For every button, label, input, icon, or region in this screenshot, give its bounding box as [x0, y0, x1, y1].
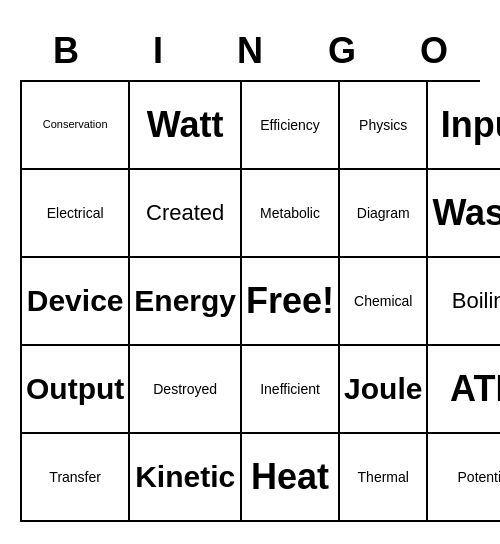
bingo-cell-r1-c4: Waste [428, 170, 500, 258]
header-letter-B: B [20, 22, 112, 80]
cell-text-r2-c1: Energy [134, 283, 236, 319]
cell-text-r4-c0: Transfer [49, 469, 101, 486]
cell-text-r1-c3: Diagram [357, 205, 410, 222]
bingo-cell-r4-c4: Potential [428, 434, 500, 522]
bingo-cell-r2-c1: Energy [130, 258, 242, 346]
cell-text-r0-c3: Physics [359, 117, 407, 134]
bingo-cell-r4-c3: Thermal [340, 434, 428, 522]
bingo-cell-r3-c4: ATP [428, 346, 500, 434]
bingo-cell-r0-c1: Watt [130, 82, 242, 170]
bingo-cell-r3-c0: Output [22, 346, 130, 434]
cell-text-r4-c4: Potential [458, 469, 500, 486]
bingo-cell-r0-c4: Input [428, 82, 500, 170]
cell-text-r3-c1: Destroyed [153, 381, 217, 398]
cell-text-r0-c1: Watt [147, 103, 224, 146]
bingo-cell-r4-c2: Heat [242, 434, 340, 522]
bingo-grid: ConservationWattEfficiencyPhysicsInputEl… [20, 80, 480, 522]
bingo-cell-r0-c2: Efficiency [242, 82, 340, 170]
cell-text-r2-c3: Chemical [354, 293, 412, 310]
cell-text-r4-c3: Thermal [358, 469, 409, 486]
bingo-card: BINGO ConservationWattEfficiencyPhysicsI… [20, 22, 480, 522]
cell-text-r2-c4: Boiling [452, 288, 500, 314]
bingo-cell-r4-c1: Kinetic [130, 434, 242, 522]
cell-text-r2-c0: Device [27, 283, 124, 319]
bingo-cell-r1-c0: Electrical [22, 170, 130, 258]
cell-text-r3-c4: ATP [450, 367, 500, 410]
cell-text-r3-c3: Joule [344, 371, 422, 407]
bingo-cell-r3-c2: Inefficient [242, 346, 340, 434]
bingo-cell-r3-c1: Destroyed [130, 346, 242, 434]
cell-text-r0-c2: Efficiency [260, 117, 320, 134]
cell-text-r1-c0: Electrical [47, 205, 104, 222]
header-letter-N: N [204, 22, 296, 80]
bingo-header: BINGO [20, 22, 480, 80]
bingo-cell-r3-c3: Joule [340, 346, 428, 434]
bingo-cell-r1-c1: Created [130, 170, 242, 258]
cell-text-r0-c4: Input [441, 103, 500, 146]
bingo-cell-r2-c4: Boiling [428, 258, 500, 346]
bingo-cell-r0-c0: Conservation [22, 82, 130, 170]
cell-text-r4-c2: Heat [251, 455, 329, 498]
cell-text-r2-c2: Free! [246, 279, 334, 322]
header-letter-G: G [296, 22, 388, 80]
bingo-cell-r0-c3: Physics [340, 82, 428, 170]
bingo-cell-r1-c3: Diagram [340, 170, 428, 258]
bingo-cell-r1-c2: Metabolic [242, 170, 340, 258]
cell-text-r1-c2: Metabolic [260, 205, 320, 222]
bingo-cell-r4-c0: Transfer [22, 434, 130, 522]
cell-text-r1-c1: Created [146, 200, 224, 226]
header-letter-I: I [112, 22, 204, 80]
bingo-cell-r2-c3: Chemical [340, 258, 428, 346]
cell-text-r1-c4: Waste [432, 191, 500, 234]
bingo-cell-r2-c2: Free! [242, 258, 340, 346]
cell-text-r3-c0: Output [26, 371, 124, 407]
cell-text-r0-c0: Conservation [43, 118, 108, 131]
bingo-cell-r2-c0: Device [22, 258, 130, 346]
header-letter-O: O [388, 22, 480, 80]
cell-text-r4-c1: Kinetic [135, 459, 235, 495]
cell-text-r3-c2: Inefficient [260, 381, 320, 398]
